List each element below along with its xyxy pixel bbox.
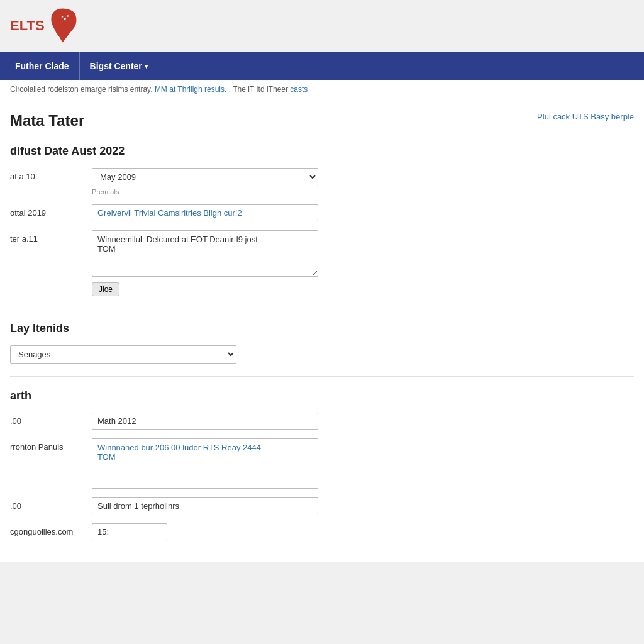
nav-item-bigst-center[interactable]: Bigst Center ▾ xyxy=(80,52,158,80)
main-content: Mata Tater Plul cack UTS Basy berple dif… xyxy=(0,99,644,562)
textarea-ter-a-11[interactable]: Winneemilul: Delcured at EOT Deanir-l9 j… xyxy=(92,230,318,277)
field-cgonguollies xyxy=(92,523,318,540)
field-rronton-panuls: Winnnaned bur 206·00 ludor RTS Reay 2444… xyxy=(92,438,318,489)
svg-point-0 xyxy=(64,18,66,20)
section-difust: difust Date Aust 2022 at a.10 May 2009 J… xyxy=(10,145,634,296)
breadcrumb-link-1[interactable]: MM at Thrlligh resuls. xyxy=(155,85,226,94)
main-navbar: Futher Clade Bigst Center ▾ xyxy=(0,52,644,80)
page-title-row: Mata Tater Plul cack UTS Basy berple xyxy=(10,112,634,130)
form-row-cgonguollies: cgonguollies.com xyxy=(10,523,634,540)
svg-point-1 xyxy=(67,15,68,16)
section-arth: arth .00 rronton Panuls Winnnaned bur 20… xyxy=(10,389,634,540)
form-row-rronton-panuls: rronton Panuls Winnnaned bur 206·00 ludo… xyxy=(10,438,634,489)
field-ottal-2019 xyxy=(92,204,318,221)
field-senages: Senages xyxy=(10,345,236,364)
section-difust-heading: difust Date Aust 2022 xyxy=(10,145,634,158)
hint-premtals: Premtals xyxy=(92,188,318,196)
africa-logo-icon xyxy=(48,8,80,44)
input-math-2012[interactable] xyxy=(92,413,318,430)
jloe-button[interactable]: Jloe xyxy=(92,282,119,296)
field-math-2012 xyxy=(92,413,318,430)
form-row-ter-a-11: ter a.11 Winneemilul: Delcured at EOT De… xyxy=(10,230,634,296)
app-header: ELTS xyxy=(0,0,644,52)
nav-item-futher-clade[interactable]: Futher Clade xyxy=(5,52,80,80)
breadcrumb-bar: Circolalied rodelston emarge rislms entr… xyxy=(0,80,644,99)
chevron-down-icon: ▾ xyxy=(145,63,148,70)
textarea-rronton-panuls[interactable]: Winnnaned bur 206·00 ludor RTS Reay 2444… xyxy=(92,438,318,489)
form-row-senages: Senages xyxy=(10,345,634,364)
form-row-suli-drom: .00 xyxy=(10,497,634,514)
divider-2 xyxy=(10,376,634,377)
label-at-a-10: at a.10 xyxy=(10,168,92,181)
form-row-at-a-10: at a.10 May 2009 June 2009 July 2009 Pre… xyxy=(10,168,634,196)
label-dot-00-1: .00 xyxy=(10,413,92,426)
form-row-math-2012: .00 xyxy=(10,413,634,430)
logo-text: ELTS xyxy=(10,18,45,34)
nav-bigst-label: Bigst Center xyxy=(90,61,142,71)
section-lay-itenids: Lay Itenids Senages xyxy=(10,322,634,364)
form-row-ottal-2019: ottal 2019 xyxy=(10,204,634,221)
breadcrumb-text-before: Circolalied rodelston emarge rislms entr… xyxy=(10,85,153,94)
divider-1 xyxy=(10,309,634,309)
section-arth-heading: arth xyxy=(10,389,634,402)
section-lay-itenids-heading: Lay Itenids xyxy=(10,322,634,335)
input-suli-drom[interactable] xyxy=(92,497,318,514)
input-cgonguollies[interactable] xyxy=(92,523,167,540)
select-senages[interactable]: Senages xyxy=(10,345,236,364)
label-ter-a-11: ter a.11 xyxy=(10,230,92,243)
field-at-a-10: May 2009 June 2009 July 2009 Premtals xyxy=(92,168,318,196)
label-dot-00-2: .00 xyxy=(10,497,92,511)
label-cgonguollies: cgonguollies.com xyxy=(10,523,92,536)
textarea-rronton-link-text: Winnnaned bur 206·00 ludor RTS Reay 2444… xyxy=(97,443,261,462)
label-rronton-panuls: rronton Panuls xyxy=(10,438,92,452)
page-title: Mata Tater xyxy=(10,112,84,130)
breadcrumb-link-2[interactable]: casts xyxy=(290,85,308,94)
top-right-link[interactable]: Plul cack UTS Basy berple xyxy=(537,112,634,121)
svg-point-2 xyxy=(61,16,62,17)
field-ter-a-11: Winneemilul: Delcured at EOT Deanir-l9 j… xyxy=(92,230,318,296)
field-suli-drom xyxy=(92,497,318,514)
select-may-2009[interactable]: May 2009 June 2009 July 2009 xyxy=(92,168,318,186)
label-ottal-2019: ottal 2019 xyxy=(10,204,92,218)
input-ottal-2019[interactable] xyxy=(92,204,318,221)
breadcrumb-text-middle: . The iT Itd iTheer xyxy=(229,85,288,94)
